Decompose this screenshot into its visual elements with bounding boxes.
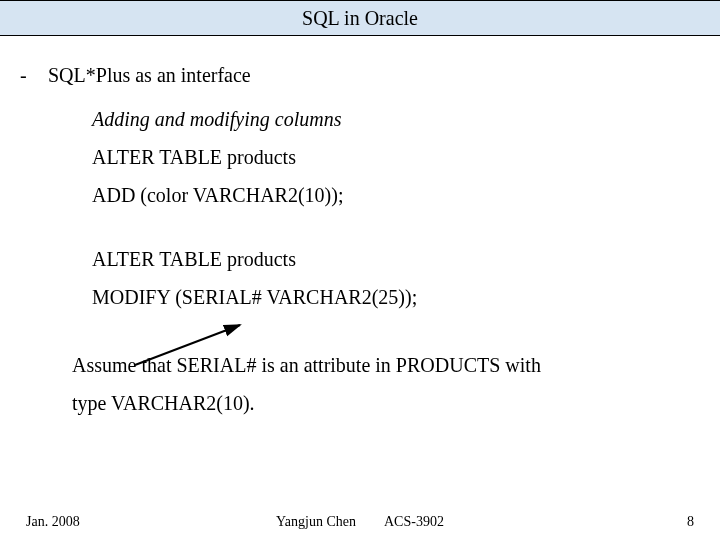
footer-page-number: 8 (687, 514, 694, 530)
code-block-1-line-2: ADD (color VARCHAR2(10)); (20, 176, 700, 214)
note-line-1: Assume that SERIAL# is an attribute in P… (20, 346, 700, 384)
subtitle-text: Adding and modifying columns (20, 100, 700, 138)
footer-course: ACS-3902 (384, 514, 444, 530)
heading-text: SQL*Plus as an interface (48, 56, 251, 94)
slide-footer: Jan. 2008 Yangjun Chen ACS-3902 8 (0, 514, 720, 530)
footer-author: Yangjun Chen (276, 514, 356, 530)
bullet-dash: - (20, 56, 30, 94)
code-block-2-line-2: MODIFY (SERIAL# VARCHAR2(25)); (20, 278, 700, 316)
note-line-2: type VARCHAR2(10). (20, 384, 700, 422)
slide-content: - SQL*Plus as an interface Adding and mo… (0, 36, 720, 422)
bullet-heading-row: - SQL*Plus as an interface (20, 56, 700, 94)
slide-title: SQL in Oracle (302, 7, 418, 30)
footer-date: Jan. 2008 (26, 514, 80, 530)
code-block-1-line-1: ALTER TABLE products (20, 138, 700, 176)
slide-title-bar: SQL in Oracle (0, 0, 720, 36)
code-block-2-line-1: ALTER TABLE products (20, 240, 700, 278)
